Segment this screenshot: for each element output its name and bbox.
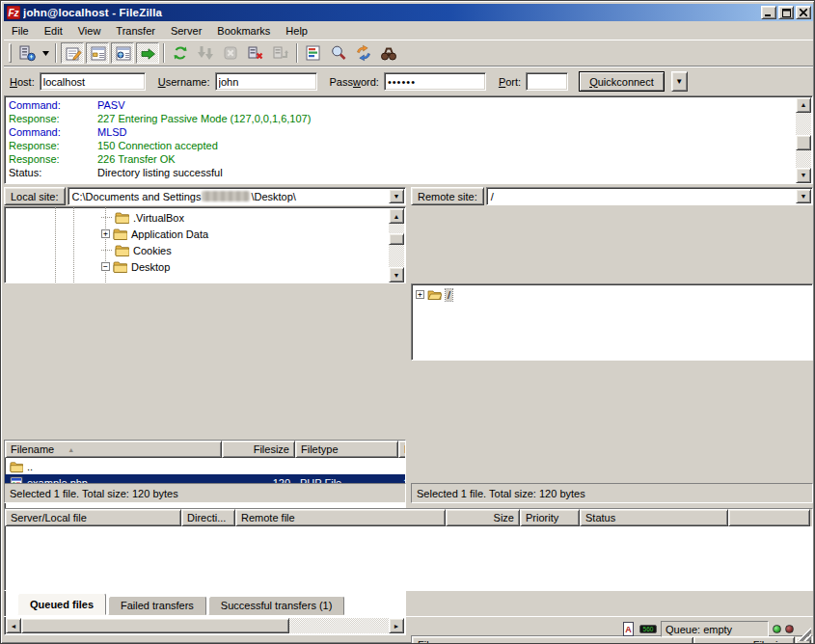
local-site-combobox[interactable]: C:\Documents and Settings\Desktop\ ▼ — [68, 187, 406, 205]
directory-listing-filters-button[interactable] — [302, 42, 325, 64]
username-label: Username: — [158, 76, 210, 88]
menu-edit[interactable]: Edit — [37, 23, 70, 39]
toggle-transfer-queue-button[interactable] — [136, 42, 159, 64]
tree-item-desktop[interactable]: −Desktop — [5, 258, 405, 275]
column-header-priority[interactable]: Priority — [520, 509, 580, 526]
column-header-directi-[interactable]: Directi... — [181, 509, 235, 526]
quickconnect-button[interactable]: Quickconnect — [579, 71, 665, 92]
scrollbar-thumb[interactable] — [389, 233, 404, 245]
svg-text:560: 560 — [643, 626, 654, 632]
find-files-button[interactable] — [377, 42, 400, 64]
column-header-blank[interactable] — [728, 509, 810, 526]
column-header-label: Priority — [526, 512, 558, 523]
username-input[interactable] — [215, 72, 317, 91]
tab-successful-transfers-1-[interactable]: Successful transfers (1) — [208, 596, 345, 615]
process-queue-button — [194, 42, 217, 64]
collapse-icon[interactable]: − — [101, 262, 110, 271]
remote-path: / — [491, 191, 494, 202]
column-header-l[interactable]: L — [398, 441, 406, 458]
message-log-scrollbar[interactable]: ▲ ▼ — [796, 97, 811, 183]
column-header-remote-file[interactable]: Remote file — [235, 509, 446, 526]
local-directory-tree: .VirtualBox+Application DataCookies−Desk… — [4, 206, 406, 283]
title-bar[interactable]: Fz john@localhost - FileZilla — [4, 4, 813, 21]
menu-bookmarks[interactable]: Bookmarks — [209, 23, 278, 39]
minimize-button[interactable] — [761, 6, 776, 19]
site-manager-button[interactable] — [15, 42, 39, 64]
column-header-filesize[interactable]: Filesize — [222, 441, 295, 458]
host-label: Host: — [10, 76, 35, 88]
site-manager-icon — [18, 44, 36, 62]
green-led-indicator — [773, 625, 781, 633]
log-line-label: Response: — [9, 152, 97, 166]
toolbar-grip[interactable] — [9, 43, 12, 63]
password-input[interactable] — [384, 72, 486, 91]
host-input[interactable] — [40, 72, 146, 91]
tree-item-label[interactable]: Cookies — [133, 245, 172, 256]
quickconnect-dropdown-button[interactable]: ▼ — [671, 71, 688, 92]
tree-item-label[interactable]: Desktop — [131, 261, 170, 273]
column-header-status[interactable]: Status — [580, 509, 728, 526]
transfer-queue-body — [5, 526, 812, 589]
tree-item-application-data[interactable]: +Application Data — [5, 226, 405, 242]
tree-item-label[interactable]: / — [446, 289, 452, 301]
menu-file[interactable]: File — [4, 23, 37, 39]
menu-help[interactable]: Help — [278, 23, 315, 39]
site-manager-dropdown-button[interactable] — [40, 42, 52, 64]
menu-server[interactable]: Server — [163, 23, 209, 39]
reconnect-button — [269, 42, 292, 64]
scroll-up-button[interactable]: ▲ — [796, 97, 811, 113]
speed-limits-icon[interactable]: 560 — [639, 622, 657, 636]
local-tree-scrollbar[interactable]: ▲ ▼ — [389, 208, 404, 282]
tree-item-cookies[interactable]: Cookies — [5, 242, 405, 258]
expand-icon[interactable]: + — [416, 290, 424, 299]
folder-icon — [113, 260, 127, 274]
remote-site-label: Remote site: — [411, 187, 484, 205]
menu-transfer[interactable]: Transfer — [108, 23, 163, 39]
local-site-dropdown-button[interactable]: ▼ — [389, 189, 404, 203]
column-header-server-local-file[interactable]: Server/Local file — [5, 509, 181, 526]
tree-item--virtualbox[interactable]: .VirtualBox — [5, 209, 405, 226]
toggle-local-tree-button[interactable] — [86, 42, 109, 64]
tab-failed-transfers[interactable]: Failed transfers — [108, 596, 206, 615]
tab-queued-files[interactable]: Queued files — [17, 593, 106, 615]
remote-site-combobox[interactable]: / ▼ — [486, 187, 813, 205]
remote-status-line: Selected 1 file. Total size: 120 bytes — [411, 483, 813, 503]
tree-item-label[interactable]: Application Data — [131, 228, 208, 240]
disconnect-button[interactable] — [244, 42, 267, 64]
toggle-local-tree-icon — [90, 45, 107, 63]
scroll-down-button[interactable]: ▼ — [389, 267, 404, 282]
window-resize-grip[interactable] — [798, 628, 811, 641]
scroll-down-button[interactable]: ▼ — [796, 168, 811, 183]
tree-item-label[interactable]: .VirtualBox — [133, 212, 184, 224]
log-line-text: 227 Entering Passive Mode (127,0,0,1,6,1… — [97, 113, 311, 124]
scrollbar-thumb[interactable] — [796, 135, 811, 150]
folder-icon — [10, 460, 24, 473]
synchronized-browsing-button[interactable] — [352, 42, 375, 64]
file-row--[interactable]: .. — [5, 458, 405, 474]
remote-selection-summary: Selected 1 file. Total size: 120 bytes — [417, 488, 585, 499]
column-header-filetype[interactable]: Filetype — [295, 441, 398, 458]
red-led-indicator — [785, 625, 794, 633]
column-header-filename[interactable]: Filename▲ — [5, 441, 222, 458]
refresh-button[interactable] — [169, 42, 192, 64]
maximize-button[interactable] — [778, 6, 794, 19]
toolbar — [4, 40, 813, 66]
directory-comparison-button[interactable] — [327, 42, 350, 64]
reconnect-icon — [272, 44, 289, 62]
toggle-remote-tree-button[interactable] — [111, 42, 134, 64]
port-input[interactable] — [526, 72, 568, 91]
expand-icon[interactable]: + — [101, 229, 110, 238]
password-label: Password: — [330, 76, 379, 88]
column-header-size[interactable]: Size — [446, 509, 520, 526]
close-button[interactable] — [796, 6, 811, 19]
folder-icon — [113, 228, 127, 241]
toggle-message-log-button[interactable] — [61, 42, 84, 64]
tree-item--[interactable]: +/ — [412, 286, 812, 303]
message-log: Command:PASVResponse:227 Entering Passiv… — [4, 95, 813, 184]
menu-view[interactable]: View — [70, 23, 109, 39]
toggle-transfer-queue-icon — [140, 45, 157, 63]
log-line: Command:PASV — [9, 98, 812, 112]
scroll-up-button[interactable]: ▲ — [389, 208, 404, 224]
remote-site-dropdown-button[interactable]: ▼ — [796, 189, 811, 203]
remote-site-row: Remote site: / ▼ — [411, 186, 813, 206]
